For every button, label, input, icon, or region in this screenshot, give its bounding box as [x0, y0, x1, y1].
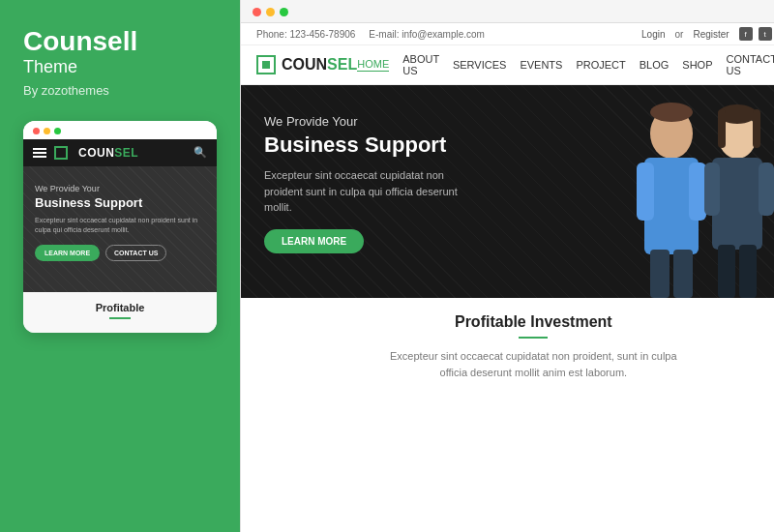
info-bar: Phone: 123-456-78906 E-mail: info@exampl… — [241, 23, 774, 45]
mockup-hero-title: Business Support — [35, 195, 205, 211]
mockup-hero: We Provide Your Business Support Excepte… — [23, 166, 217, 292]
svg-rect-15 — [753, 109, 760, 148]
hero-desc: Excepteur sint occaecat cupidatat non pr… — [264, 167, 469, 216]
section-desc: Excepteur sint occaecat cupidatat non pr… — [378, 348, 688, 380]
left-panel: Counsell Theme By zozothemes COUNSEL 🔍 — [0, 0, 240, 532]
nav-about[interactable]: ABOUT US — [402, 53, 439, 76]
mobile-mockup: COUNSEL 🔍 We Provide Your Business Suppo… — [23, 121, 217, 333]
nav-bar: COUNSEL HOME ABOUT US SERVICES EVENTS PR… — [241, 45, 774, 85]
mockup-hero-buttons: LEARN MORE CONTACT US — [35, 245, 205, 261]
svg-rect-11 — [718, 245, 735, 298]
browser-dot-red — [253, 8, 261, 16]
register-link[interactable]: Register — [693, 29, 729, 40]
dot-red — [33, 128, 40, 134]
hamburger-icon[interactable] — [33, 148, 46, 158]
right-panel: Phone: 123-456-78906 E-mail: info@exampl… — [240, 0, 774, 532]
dot-yellow — [44, 128, 50, 134]
phone-info: Phone: 123-456-78906 — [256, 29, 355, 40]
mockup-logo-icon — [54, 146, 68, 160]
mockup-hero-subtitle: We Provide Your — [35, 184, 205, 193]
nav-project[interactable]: PROJECT — [576, 59, 625, 71]
nav-contact[interactable]: CONTACT US — [727, 53, 775, 76]
mockup-logo-text: COUNSEL — [78, 146, 138, 160]
bottom-section: Profitable Investment Excepteur sint occ… — [241, 298, 774, 532]
people-svg — [594, 95, 774, 298]
browser-dot-yellow — [266, 8, 275, 16]
mockup-bottom-section: Profitable — [23, 292, 217, 333]
mockup-contact-button[interactable]: CONTACT US — [105, 245, 166, 261]
twitter-icon[interactable]: t — [759, 27, 772, 41]
svg-rect-9 — [704, 163, 720, 216]
social-icons: f t in li — [739, 27, 774, 41]
nav-home[interactable]: HOME — [357, 58, 389, 72]
login-link[interactable]: Login — [641, 29, 665, 40]
svg-rect-3 — [689, 163, 706, 221]
facebook-icon[interactable]: f — [739, 27, 753, 41]
mockup-browser-dots — [23, 121, 217, 139]
mockup-search-icon[interactable]: 🔍 — [194, 146, 207, 159]
or-text: or — [675, 29, 684, 40]
nav-shop[interactable]: SHOP — [682, 59, 712, 71]
nav-links: HOME ABOUT US SERVICES EVENTS PROJECT BL… — [357, 53, 774, 76]
browser-chrome — [241, 0, 774, 23]
hero-content: We Provide Your Business Support Excepte… — [241, 85, 492, 282]
svg-point-6 — [650, 103, 693, 122]
svg-rect-2 — [637, 163, 654, 221]
theme-title: Counsell Theme By zozothemes — [23, 27, 217, 121]
svg-rect-14 — [718, 109, 726, 148]
mockup-navbar: COUNSEL 🔍 — [23, 139, 217, 166]
hero-section: We Provide Your Business Support Excepte… — [241, 85, 774, 298]
email-info: E-mail: info@example.com — [369, 29, 485, 40]
hero-people-image — [594, 95, 774, 298]
section-divider — [519, 337, 548, 339]
nav-events[interactable]: EVENTS — [520, 59, 562, 71]
svg-rect-10 — [759, 163, 774, 216]
nav-logo: COUNSEL — [256, 55, 357, 74]
svg-rect-5 — [673, 250, 693, 298]
mockup-hero-content: We Provide Your Business Support Excepte… — [35, 184, 205, 261]
hero-subtitle: We Provide Your — [264, 114, 469, 129]
desktop-site: Phone: 123-456-78906 E-mail: info@exampl… — [241, 23, 774, 532]
mockup-hero-desc: Excepteur sint occaecat cupidatat non pr… — [35, 216, 205, 235]
logo-name: COUNSEL — [282, 56, 357, 74]
mockup-learn-more-button[interactable]: LEARN MORE — [35, 245, 100, 261]
dot-green — [54, 128, 61, 134]
nav-blog[interactable]: BLOG — [640, 59, 670, 71]
browser-dot-green — [280, 8, 288, 16]
section-title: Profitable Investment — [260, 313, 774, 331]
logo-box — [256, 55, 276, 74]
mockup-section-line — [109, 317, 131, 319]
hero-learn-more-button[interactable]: LEARN MORE — [264, 229, 364, 253]
nav-services[interactable]: SERVICES — [453, 59, 506, 71]
mockup-section-title: Profitable — [35, 302, 205, 313]
svg-rect-12 — [739, 245, 757, 298]
svg-rect-4 — [650, 250, 670, 298]
hero-title: Business Support — [264, 133, 469, 158]
